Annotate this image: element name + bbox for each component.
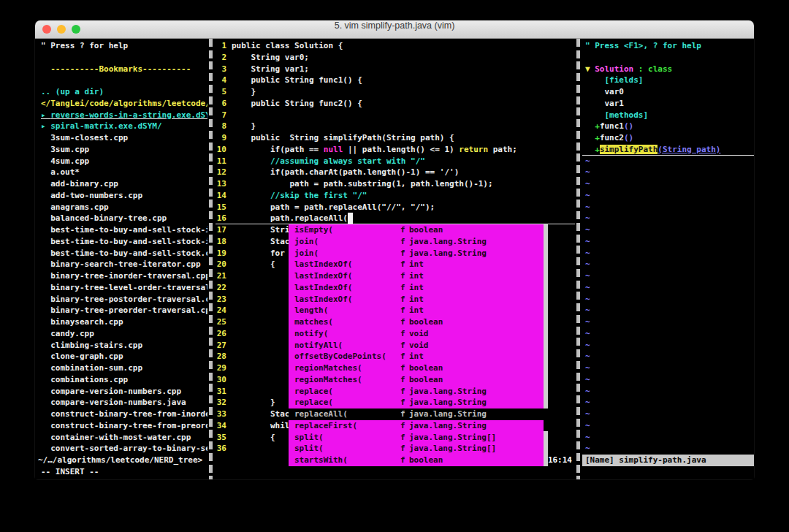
code-line[interactable]: 8 } bbox=[216, 121, 575, 132]
titlebar[interactable]: 5. vim simplify-path.java (vim) bbox=[35, 20, 754, 39]
code-line[interactable]: 15 path = path.replaceAll("//", "/"); bbox=[216, 202, 575, 213]
line-number: 12 bbox=[216, 167, 226, 178]
tree-file[interactable]: combination-sum.cpp bbox=[35, 362, 207, 374]
vertical-split-separator[interactable] bbox=[576, 39, 580, 479]
completion-type: java.lang.String bbox=[409, 397, 487, 408]
tree-file[interactable]: construct-binary-tree-from-preord bbox=[35, 420, 207, 432]
code-line[interactable]: 10 if(path == null || path.length() <= 1… bbox=[216, 144, 575, 156]
completion-item[interactable]: replaceFirst(fjava.lang.String bbox=[289, 420, 548, 432]
close-window-button[interactable] bbox=[42, 25, 51, 34]
code-line[interactable]: 4 public String func1() { bbox=[216, 75, 575, 86]
code-line[interactable]: 13 path = path.substring(1, path.length(… bbox=[216, 178, 575, 190]
tree-file[interactable]: container-with-most-water.cpp bbox=[35, 432, 207, 444]
code-line[interactable]: 11 //assuming always start with "/" bbox=[216, 156, 575, 167]
completion-item[interactable]: lastIndexOf(fint bbox=[289, 294, 548, 305]
text-segment: || path.length() <= 1) bbox=[343, 145, 459, 154]
command-line: -- INSERT -- bbox=[35, 466, 754, 478]
tree-file[interactable]: balanced-binary-tree.cpp bbox=[35, 213, 207, 224]
text-segment: combinations.cpp bbox=[41, 375, 128, 384]
popup-scrollbar-thumb[interactable] bbox=[544, 408, 548, 431]
empty-line-tilde: ~ bbox=[582, 190, 754, 202]
tree-file[interactable]: anagrams.cpp bbox=[35, 202, 207, 213]
tree-file[interactable]: compare-version-numbers.java bbox=[35, 397, 207, 408]
tree-file[interactable]: best-time-to-buy-and-sell-stock.c bbox=[35, 248, 207, 259]
tree-file[interactable]: binary-tree-preorder-traversal.cp bbox=[35, 305, 207, 316]
completion-type: void bbox=[409, 340, 429, 352]
completion-item[interactable]: startsWith(fboolean bbox=[289, 455, 548, 466]
code-line[interactable]: 12 if(path.charAt(path.length()-1) == '/… bbox=[216, 167, 575, 178]
completion-type: int bbox=[409, 351, 424, 362]
completion-item[interactable]: split(fjava.lang.String[] bbox=[289, 432, 548, 444]
tree-file[interactable]: a.out* bbox=[35, 167, 207, 178]
empty-line-tilde: ~ bbox=[582, 351, 754, 362]
minimize-window-button[interactable] bbox=[57, 25, 66, 34]
code-line[interactable]: 16 path.replaceAll( bbox=[216, 213, 575, 224]
line-number: 11 bbox=[216, 156, 226, 167]
tree-file[interactable]: binary-tree-postorder-traversal.c bbox=[35, 294, 207, 305]
completion-item[interactable]: length(fint bbox=[289, 305, 548, 316]
tree-file[interactable]: candy.cpp bbox=[35, 328, 207, 340]
completion-item[interactable]: join(fjava.lang.String bbox=[289, 236, 548, 248]
tree-file[interactable]: binary-tree-inorder-traversal.cpp bbox=[35, 270, 207, 282]
tree-file[interactable]: 3sum.cpp bbox=[35, 144, 207, 156]
completion-item[interactable]: isEmpty(fboolean bbox=[289, 224, 548, 236]
code-line[interactable]: 9 public String simplifyPath(String path… bbox=[216, 132, 575, 144]
code-line[interactable]: 14 //skip the first "/" bbox=[216, 190, 575, 202]
tree-root-path[interactable]: </TangLei/code/algorithms/leetcode/ bbox=[35, 98, 207, 110]
tree-file[interactable]: add-binary.cpp bbox=[35, 178, 207, 190]
completion-kind: f bbox=[400, 282, 405, 294]
code-line[interactable]: 7 bbox=[216, 110, 575, 121]
tree-bookmark[interactable]: ▸ reverse-words-in-a-string.exe.dSY bbox=[35, 110, 207, 121]
completion-item[interactable]: offsetByCodePoints(fint bbox=[289, 351, 548, 362]
code-line[interactable]: 1public class Solution { bbox=[216, 40, 575, 52]
tree-file[interactable]: clone-graph.cpp bbox=[35, 351, 207, 362]
tree-file[interactable]: 3sum-closest.cpp bbox=[35, 132, 207, 144]
tree-file[interactable]: construct-binary-tree-from-inorde bbox=[35, 408, 207, 420]
tree-file[interactable]: compare-version-numbers.cpp bbox=[35, 386, 207, 398]
vertical-split-separator[interactable] bbox=[209, 39, 213, 479]
code-line[interactable]: 2 String var0; bbox=[216, 52, 575, 64]
text-segment: best-time-to-buy-and-sell-stock-i bbox=[41, 237, 207, 246]
code-line[interactable]: 3 String var1; bbox=[216, 64, 575, 75]
completion-item[interactable]: split(fjava.lang.String[] bbox=[289, 443, 548, 455]
completion-type: int bbox=[409, 305, 424, 316]
tag-item[interactable]: +func1() bbox=[582, 121, 754, 132]
code-line[interactable]: 5 } bbox=[216, 86, 575, 98]
completion-item[interactable]: lastIndexOf(fint bbox=[289, 270, 548, 282]
text-segment: ▸ bbox=[41, 121, 50, 131]
completion-item[interactable]: regionMatches(fboolean bbox=[289, 374, 548, 386]
tree-file[interactable]: binary-search-tree-iterator.cpp bbox=[35, 259, 207, 270]
completion-item[interactable]: lastIndexOf(fint bbox=[289, 282, 548, 294]
code-line[interactable]: 6 public String func2() { bbox=[216, 98, 575, 110]
tree-file[interactable]: 4sum.cpp bbox=[35, 156, 207, 167]
tree-file[interactable]: binary-tree-level-order-traversal bbox=[35, 282, 207, 294]
completion-item[interactable]: regionMatches(fboolean bbox=[289, 362, 548, 374]
completion-item-selected[interactable]: replaceAll(fjava.lang.String bbox=[289, 408, 548, 420]
completion-item[interactable]: matches(fboolean bbox=[289, 316, 548, 328]
text-segment: construct-binary-tree-from-preord bbox=[41, 421, 207, 430]
tree-file[interactable]: climbing-stairs.cpp bbox=[35, 340, 207, 352]
completion-type: boolean bbox=[409, 374, 443, 386]
completion-item[interactable]: notify(fvoid bbox=[289, 328, 548, 340]
tree-file[interactable]: binaysearch.cpp bbox=[35, 316, 207, 328]
tree-up-dir[interactable]: .. (up a dir) bbox=[35, 86, 207, 98]
completion-item[interactable]: lastIndexOf(fint bbox=[289, 259, 548, 270]
text-segment: spiral-matrix.exe.dSYM/ bbox=[50, 121, 161, 131]
text-segment: return bbox=[459, 145, 488, 154]
tree-file[interactable]: convert-sorted-array-to-binary-se bbox=[35, 443, 207, 455]
tree-bookmark[interactable]: ▸ spiral-matrix.exe.dSYM/ bbox=[35, 121, 207, 132]
tree-file[interactable]: best-time-to-buy-and-sell-stock-i bbox=[35, 224, 207, 236]
tag-item[interactable]: +func2() bbox=[582, 132, 754, 144]
tree-file[interactable]: add-two-numbers.cpp bbox=[35, 190, 207, 202]
tree-file[interactable]: best-time-to-buy-and-sell-stock-i bbox=[35, 236, 207, 248]
completion-item[interactable]: join(fjava.lang.String bbox=[289, 248, 548, 259]
completion-item[interactable]: replace(fjava.lang.String bbox=[289, 386, 548, 398]
completion-item[interactable]: notifyAll(fvoid bbox=[289, 340, 548, 352]
completion-name: split( bbox=[294, 432, 324, 444]
tree-file[interactable]: combinations.cpp bbox=[35, 374, 207, 386]
tag-item[interactable]: +simplifyPath(String path) bbox=[582, 144, 754, 156]
completion-item[interactable]: replace(fjava.lang.String bbox=[289, 397, 548, 408]
zoom-window-button[interactable] bbox=[72, 25, 80, 34]
text-segment: clone-graph.cpp bbox=[41, 352, 123, 361]
completion-kind: f bbox=[400, 443, 405, 455]
